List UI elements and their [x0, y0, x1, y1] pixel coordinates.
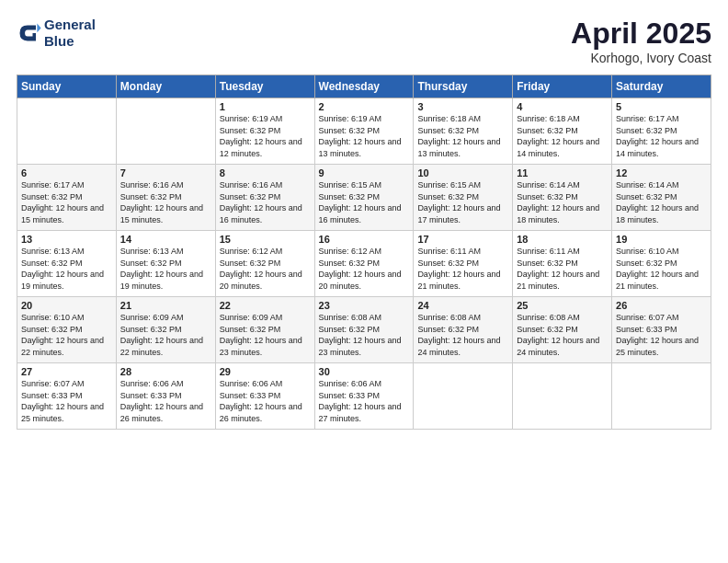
week-row-5: 27Sunrise: 6:07 AM Sunset: 6:33 PM Dayli…	[17, 363, 711, 430]
day-info: Sunrise: 6:17 AM Sunset: 6:32 PM Dayligh…	[616, 113, 707, 159]
day-number: 10	[417, 167, 508, 178]
day-number: 23	[319, 300, 410, 311]
day-number: 1	[220, 101, 311, 112]
cell-week4-day1: 21Sunrise: 6:09 AM Sunset: 6:32 PM Dayli…	[116, 297, 215, 363]
cell-week1-day0	[17, 98, 117, 165]
header-friday: Friday	[513, 75, 612, 98]
day-number: 2	[319, 101, 410, 112]
day-number: 17	[417, 234, 508, 245]
day-info: Sunrise: 6:19 AM Sunset: 6:32 PM Dayligh…	[220, 113, 311, 159]
day-number: 6	[21, 167, 112, 178]
day-info: Sunrise: 6:18 AM Sunset: 6:32 PM Dayligh…	[517, 113, 608, 159]
cell-week2-day0: 6Sunrise: 6:17 AM Sunset: 6:32 PM Daylig…	[17, 165, 117, 231]
header-monday: Monday	[116, 75, 215, 98]
logo: General Blue	[17, 17, 96, 50]
day-number: 19	[616, 234, 707, 245]
cell-week3-day0: 13Sunrise: 6:13 AM Sunset: 6:32 PM Dayli…	[17, 231, 117, 297]
logo-icon	[17, 20, 42, 46]
day-info: Sunrise: 6:16 AM Sunset: 6:32 PM Dayligh…	[220, 179, 311, 225]
day-number: 22	[220, 300, 311, 311]
cell-week1-day6: 5Sunrise: 6:17 AM Sunset: 6:32 PM Daylig…	[612, 98, 711, 165]
day-number: 11	[517, 167, 608, 178]
week-row-1: 1Sunrise: 6:19 AM Sunset: 6:32 PM Daylig…	[17, 98, 711, 165]
day-number: 29	[220, 366, 311, 377]
day-info: Sunrise: 6:08 AM Sunset: 6:32 PM Dayligh…	[517, 312, 608, 358]
day-info: Sunrise: 6:13 AM Sunset: 6:32 PM Dayligh…	[120, 246, 211, 292]
day-number: 30	[319, 366, 410, 377]
day-info: Sunrise: 6:16 AM Sunset: 6:32 PM Dayligh…	[120, 179, 211, 225]
cell-week4-day4: 24Sunrise: 6:08 AM Sunset: 6:32 PM Dayli…	[414, 297, 513, 363]
cell-week1-day1	[116, 98, 215, 165]
day-info: Sunrise: 6:09 AM Sunset: 6:32 PM Dayligh…	[120, 312, 211, 358]
day-number: 7	[120, 167, 211, 178]
week-row-2: 6Sunrise: 6:17 AM Sunset: 6:32 PM Daylig…	[17, 165, 711, 231]
cell-week3-day1: 14Sunrise: 6:13 AM Sunset: 6:32 PM Dayli…	[116, 231, 215, 297]
day-info: Sunrise: 6:15 AM Sunset: 6:32 PM Dayligh…	[417, 179, 508, 225]
cell-week3-day2: 15Sunrise: 6:12 AM Sunset: 6:32 PM Dayli…	[215, 231, 314, 297]
header-sunday: Sunday	[17, 75, 117, 98]
main-title: April 2025	[571, 17, 711, 51]
day-info: Sunrise: 6:19 AM Sunset: 6:32 PM Dayligh…	[319, 113, 410, 159]
day-number: 15	[220, 234, 311, 245]
cell-week1-day3: 2Sunrise: 6:19 AM Sunset: 6:32 PM Daylig…	[314, 98, 414, 165]
cell-week3-day3: 16Sunrise: 6:12 AM Sunset: 6:32 PM Dayli…	[314, 231, 414, 297]
day-info: Sunrise: 6:14 AM Sunset: 6:32 PM Dayligh…	[517, 179, 608, 225]
day-number: 21	[120, 300, 211, 311]
day-info: Sunrise: 6:07 AM Sunset: 6:33 PM Dayligh…	[21, 378, 112, 424]
cell-week4-day6: 26Sunrise: 6:07 AM Sunset: 6:33 PM Dayli…	[612, 297, 711, 363]
day-info: Sunrise: 6:13 AM Sunset: 6:32 PM Dayligh…	[21, 246, 112, 292]
day-number: 12	[616, 167, 707, 178]
day-info: Sunrise: 6:14 AM Sunset: 6:32 PM Dayligh…	[616, 179, 707, 225]
header: General Blue April 2025 Korhogo, Ivory C…	[17, 17, 711, 65]
cell-week4-day5: 25Sunrise: 6:08 AM Sunset: 6:32 PM Dayli…	[513, 297, 612, 363]
day-info: Sunrise: 6:06 AM Sunset: 6:33 PM Dayligh…	[120, 378, 211, 424]
header-tuesday: Tuesday	[215, 75, 314, 98]
day-info: Sunrise: 6:10 AM Sunset: 6:32 PM Dayligh…	[616, 246, 707, 292]
day-info: Sunrise: 6:11 AM Sunset: 6:32 PM Dayligh…	[417, 246, 508, 292]
subtitle: Korhogo, Ivory Coast	[571, 51, 711, 65]
cell-week2-day2: 8Sunrise: 6:16 AM Sunset: 6:32 PM Daylig…	[215, 165, 314, 231]
day-info: Sunrise: 6:11 AM Sunset: 6:32 PM Dayligh…	[517, 246, 608, 292]
cell-week5-day6	[612, 363, 711, 430]
cell-week2-day3: 9Sunrise: 6:15 AM Sunset: 6:32 PM Daylig…	[314, 165, 414, 231]
page: General Blue April 2025 Korhogo, Ivory C…	[0, 0, 728, 563]
calendar-header-row: SundayMondayTuesdayWednesdayThursdayFrid…	[17, 75, 711, 98]
cell-week5-day2: 29Sunrise: 6:06 AM Sunset: 6:33 PM Dayli…	[215, 363, 314, 430]
header-saturday: Saturday	[612, 75, 711, 98]
day-number: 18	[517, 234, 608, 245]
day-info: Sunrise: 6:18 AM Sunset: 6:32 PM Dayligh…	[417, 113, 508, 159]
cell-week5-day1: 28Sunrise: 6:06 AM Sunset: 6:33 PM Dayli…	[116, 363, 215, 430]
day-info: Sunrise: 6:15 AM Sunset: 6:32 PM Dayligh…	[319, 179, 410, 225]
cell-week2-day1: 7Sunrise: 6:16 AM Sunset: 6:32 PM Daylig…	[116, 165, 215, 231]
cell-week5-day3: 30Sunrise: 6:06 AM Sunset: 6:33 PM Dayli…	[314, 363, 414, 430]
day-number: 14	[120, 234, 211, 245]
cell-week1-day2: 1Sunrise: 6:19 AM Sunset: 6:32 PM Daylig…	[215, 98, 314, 165]
cell-week5-day0: 27Sunrise: 6:07 AM Sunset: 6:33 PM Dayli…	[17, 363, 117, 430]
day-info: Sunrise: 6:09 AM Sunset: 6:32 PM Dayligh…	[220, 312, 311, 358]
day-number: 24	[417, 300, 508, 311]
day-info: Sunrise: 6:06 AM Sunset: 6:33 PM Dayligh…	[319, 378, 410, 424]
week-row-3: 13Sunrise: 6:13 AM Sunset: 6:32 PM Dayli…	[17, 231, 711, 297]
cell-week2-day4: 10Sunrise: 6:15 AM Sunset: 6:32 PM Dayli…	[414, 165, 513, 231]
cell-week2-day5: 11Sunrise: 6:14 AM Sunset: 6:32 PM Dayli…	[513, 165, 612, 231]
day-info: Sunrise: 6:06 AM Sunset: 6:33 PM Dayligh…	[220, 378, 311, 424]
cell-week3-day4: 17Sunrise: 6:11 AM Sunset: 6:32 PM Dayli…	[414, 231, 513, 297]
day-number: 9	[319, 167, 410, 178]
day-number: 28	[120, 366, 211, 377]
header-wednesday: Wednesday	[314, 75, 414, 98]
day-info: Sunrise: 6:17 AM Sunset: 6:32 PM Dayligh…	[21, 179, 112, 225]
day-number: 8	[220, 167, 311, 178]
day-number: 26	[616, 300, 707, 311]
cell-week3-day5: 18Sunrise: 6:11 AM Sunset: 6:32 PM Dayli…	[513, 231, 612, 297]
cell-week2-day6: 12Sunrise: 6:14 AM Sunset: 6:32 PM Dayli…	[612, 165, 711, 231]
cell-week4-day2: 22Sunrise: 6:09 AM Sunset: 6:32 PM Dayli…	[215, 297, 314, 363]
cell-week5-day5	[513, 363, 612, 430]
header-thursday: Thursday	[414, 75, 513, 98]
day-number: 4	[517, 101, 608, 112]
cell-week1-day4: 3Sunrise: 6:18 AM Sunset: 6:32 PM Daylig…	[414, 98, 513, 165]
cell-week3-day6: 19Sunrise: 6:10 AM Sunset: 6:32 PM Dayli…	[612, 231, 711, 297]
day-number: 5	[616, 101, 707, 112]
day-number: 13	[21, 234, 112, 245]
day-info: Sunrise: 6:12 AM Sunset: 6:32 PM Dayligh…	[220, 246, 311, 292]
day-info: Sunrise: 6:08 AM Sunset: 6:32 PM Dayligh…	[319, 312, 410, 358]
